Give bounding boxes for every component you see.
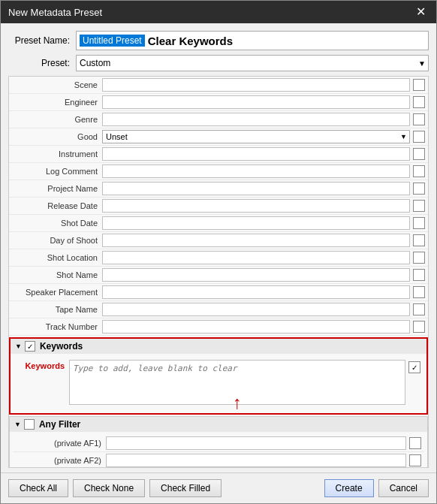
- field-label-private-af1: (private AF1): [16, 439, 106, 448]
- any-filter-section-title: Any Filter: [39, 419, 80, 430]
- field-input-genre[interactable]: [102, 113, 410, 126]
- keywords-section-header[interactable]: ▼ ✓ Keywords: [11, 339, 426, 354]
- field-row-shotlocation: Shot Location: [9, 249, 428, 267]
- keywords-field-checkbox[interactable]: ✓: [408, 361, 420, 373]
- field-row-shotdate: Shot Date: [9, 215, 428, 232]
- field-checkbox-tapename[interactable]: [413, 303, 425, 315]
- preset-name-bold-text: Clear Keywords: [148, 35, 233, 47]
- field-row-scene: Scene: [9, 77, 428, 94]
- check-none-button[interactable]: Check None: [73, 479, 145, 497]
- field-row-good: Good Unset Yes No ▼: [9, 128, 428, 146]
- field-label-projectname: Project Name: [12, 184, 102, 193]
- keywords-section-content: Keywords ↑ ✓: [11, 354, 426, 413]
- field-label-private-af2: (private AF2): [16, 456, 106, 465]
- preset-name-row: Preset Name: Untitled Preset Clear Keywo…: [8, 31, 429, 50]
- field-input-instrument[interactable]: [102, 147, 410, 161]
- field-input-dayofshoot[interactable]: [102, 234, 410, 247]
- fields-container: Scene Engineer Genre Good: [9, 77, 428, 468]
- preset-select[interactable]: Custom Default: [76, 55, 429, 71]
- keywords-field-check-mark: ✓: [411, 364, 417, 372]
- field-label-tracknumber: Track Number: [12, 322, 102, 331]
- field-label-speakerplacement: Speaker Placement: [12, 288, 102, 297]
- field-label-good: Good: [12, 132, 102, 141]
- field-label-shotlocation: Shot Location: [12, 253, 102, 262]
- keywords-section-title: Keywords: [40, 341, 83, 352]
- close-button[interactable]: ✕: [413, 6, 429, 18]
- field-input-logcomment[interactable]: [102, 164, 410, 178]
- field-input-speakerplacement[interactable]: [102, 285, 410, 299]
- keywords-section-checkbox[interactable]: ✓: [25, 341, 35, 352]
- preset-name-input[interactable]: Untitled Preset Clear Keywords: [76, 31, 429, 50]
- any-filter-collapse-arrow: ▼: [14, 421, 21, 428]
- field-checkbox-shotlocation[interactable]: [413, 252, 425, 264]
- field-checkbox-logcomment[interactable]: [413, 165, 425, 177]
- field-row-tracknumber: Track Number: [9, 318, 428, 336]
- field-input-shotdate[interactable]: [102, 216, 410, 230]
- field-row-private-af1: (private AF1): [13, 435, 424, 452]
- field-label-scene: Scene: [12, 80, 102, 89]
- field-checkbox-tracknumber[interactable]: [413, 321, 425, 333]
- keywords-section: ▼ ✓ Keywords Keywords ↑: [9, 337, 428, 415]
- field-input-shotlocation[interactable]: [102, 251, 410, 264]
- field-input-private-af2[interactable]: [106, 454, 406, 467]
- field-label-engineer: Engineer: [12, 98, 102, 107]
- field-checkbox-dayofshoot[interactable]: [413, 234, 425, 246]
- field-input-projectname[interactable]: [102, 182, 410, 195]
- field-row-tapename: Tape Name: [9, 301, 428, 318]
- field-select-good[interactable]: Unset Yes No: [102, 130, 410, 143]
- field-row-instrument: Instrument: [9, 146, 428, 163]
- any-filter-section: ▼ Any Filter (private AF1) (private AF2): [9, 416, 428, 468]
- field-input-engineer[interactable]: [102, 95, 410, 109]
- good-select-container: Unset Yes No ▼: [102, 130, 410, 143]
- preset-label: Preset:: [8, 58, 76, 68]
- field-checkbox-instrument[interactable]: [413, 148, 425, 160]
- field-row-logcomment: Log Comment: [9, 163, 428, 180]
- field-row-shotname: Shot Name: [9, 267, 428, 284]
- title-bar: New Metadata Preset ✕: [1, 1, 436, 23]
- create-button[interactable]: Create: [324, 479, 374, 497]
- preset-name-label: Preset Name:: [8, 35, 76, 46]
- field-input-scene[interactable]: [102, 78, 410, 92]
- any-filter-section-content: (private AF1) (private AF2): [10, 432, 427, 468]
- fields-scroll-area[interactable]: Scene Engineer Genre Good: [8, 76, 429, 468]
- preset-select-container: Custom Default ▼: [76, 55, 429, 71]
- field-checkbox-private-af1[interactable]: [409, 437, 421, 449]
- field-row-genre: Genre: [9, 111, 428, 128]
- field-label-genre: Genre: [12, 115, 102, 124]
- field-input-private-af1[interactable]: [106, 436, 406, 450]
- footer-left-buttons: Check All Check None Check Filled: [8, 479, 222, 497]
- keywords-input-container: ↑: [69, 360, 405, 407]
- check-filled-button[interactable]: Check Filled: [149, 479, 222, 497]
- field-checkbox-scene[interactable]: [413, 79, 425, 91]
- field-checkbox-releasedate[interactable]: [413, 200, 425, 212]
- field-row-engineer: Engineer: [9, 94, 428, 111]
- field-label-logcomment: Log Comment: [12, 167, 102, 176]
- keywords-textarea[interactable]: [69, 360, 405, 405]
- field-row-speakerplacement: Speaker Placement: [9, 284, 428, 301]
- field-checkbox-projectname[interactable]: [413, 183, 425, 195]
- field-checkbox-engineer[interactable]: [413, 96, 425, 108]
- field-input-releasedate[interactable]: [102, 199, 410, 213]
- field-checkbox-speakerplacement[interactable]: [413, 286, 425, 298]
- field-checkbox-good[interactable]: [413, 131, 425, 143]
- keywords-row: Keywords ↑ ✓: [14, 357, 423, 410]
- field-label-shotname: Shot Name: [12, 270, 102, 279]
- field-input-tracknumber[interactable]: [102, 320, 410, 333]
- field-checkbox-genre[interactable]: [413, 113, 425, 125]
- any-filter-section-header[interactable]: ▼ Any Filter: [10, 417, 427, 432]
- keywords-collapse-arrow: ▼: [15, 343, 22, 350]
- field-row-private-af2: (private AF2): [13, 452, 424, 468]
- any-filter-section-checkbox[interactable]: [24, 419, 35, 430]
- field-checkbox-shotdate[interactable]: [413, 217, 425, 229]
- check-all-button[interactable]: Check All: [8, 479, 68, 497]
- field-checkbox-shotname[interactable]: [413, 269, 425, 281]
- cancel-button[interactable]: Cancel: [378, 479, 429, 497]
- field-checkbox-private-af2[interactable]: [409, 454, 421, 466]
- field-input-shotname[interactable]: [102, 268, 410, 282]
- preset-name-highlight: Untitled Preset: [80, 35, 145, 47]
- field-label-dayofshoot: Day of Shoot: [12, 236, 102, 245]
- window-title: New Metadata Preset: [8, 7, 102, 18]
- preset-row: Preset: Custom Default ▼: [8, 55, 429, 71]
- field-input-tapename[interactable]: [102, 303, 410, 316]
- footer: Check All Check None Check Filled Create…: [1, 472, 436, 503]
